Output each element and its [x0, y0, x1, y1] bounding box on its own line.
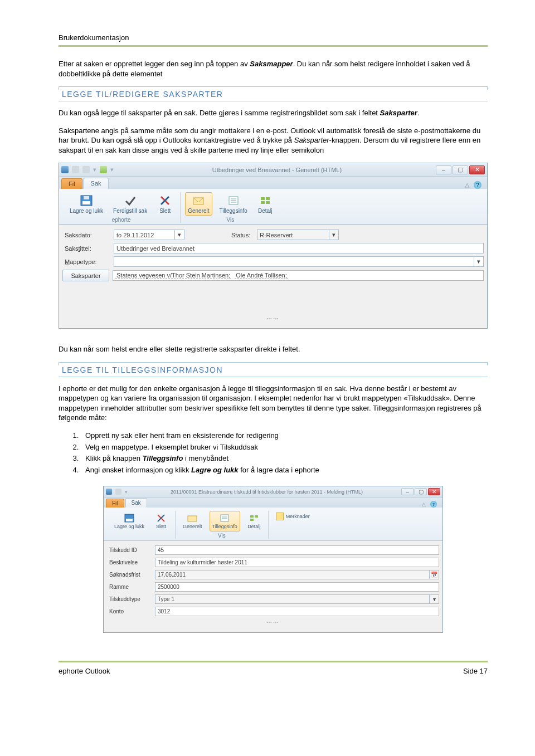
qat-2: ▾	[106, 489, 128, 495]
slett-button[interactable]: Slett	[154, 192, 176, 216]
saksdato-input[interactable]: to 29.11.2012	[114, 230, 175, 240]
arrow-icon[interactable]	[100, 166, 107, 173]
slett-button-2[interactable]: Slett	[152, 511, 171, 531]
ribbon-group-ephorte: Lagre og lukk Ferdigstill sak	[62, 192, 181, 223]
ribbon-2: Lagre og lukk Slett	[104, 508, 442, 540]
mappetype-dropdown[interactable]: ▾	[474, 256, 484, 267]
generelt-button-2[interactable]: Generelt	[180, 511, 205, 531]
tilskuddtype-dropdown[interactable]: ▾	[429, 594, 439, 604]
list-item: Velg en mappetype. I eksemplet bruker vi…	[81, 442, 488, 452]
resize-grip-2[interactable]: ⋯⋯	[107, 620, 439, 626]
konto-label: Konto	[107, 608, 155, 614]
generelt-label-2: Generelt	[183, 524, 202, 530]
status-dropdown[interactable]: ▾	[329, 230, 339, 240]
intro-em-saksmapper: Saksmapper	[250, 60, 293, 68]
ferdigstill-label: Ferdigstill sak	[113, 208, 147, 214]
status-label: Status:	[229, 232, 257, 238]
tilskuddtype-label: Tilskuddtype	[107, 596, 155, 602]
tab-fil-2[interactable]: Fil	[106, 499, 124, 508]
minimize-button[interactable]: –	[401, 488, 414, 495]
tilskudd-id-input[interactable]: 45	[155, 545, 439, 555]
list-item: Klikk på knappen Tilleggsinfo i menybånd…	[81, 453, 488, 464]
help-icon[interactable]: ?	[474, 181, 481, 189]
checklist-icon	[226, 194, 241, 207]
svg-rect-23	[255, 515, 258, 518]
svg-rect-24	[250, 519, 254, 521]
s1p1-c: .	[417, 109, 420, 117]
tab-strip-2: Fil Sak △ ?	[104, 498, 442, 508]
slett-label-2: Slett	[156, 524, 166, 530]
tab-fil[interactable]: Fil	[61, 178, 82, 189]
close-button[interactable]: ✕	[469, 165, 485, 174]
outlook-window-2: ▾ 2011/00001 Ekstraordinære tilskudd til…	[103, 486, 443, 633]
lagre-og-lukk-button[interactable]: Lagre og lukk	[67, 192, 106, 216]
row-ramme: Ramme 2500000	[107, 582, 439, 592]
ribbon-right: △ ?	[465, 181, 485, 189]
section1-p1: Du kan også legge til saksparter på en s…	[59, 108, 488, 118]
saksparter-input[interactable]: Statens vegvesen v/Thor Stein Martinsen;…	[113, 270, 484, 281]
detalj-button[interactable]: Detalj	[255, 192, 276, 216]
sakstittel-input[interactable]: Utbedringer ved Breiavannet	[114, 243, 484, 253]
beskrivelse-input[interactable]: Tildeling av kulturmidler høster 2011	[155, 558, 439, 567]
mappetype-input[interactable]	[114, 256, 474, 267]
ferdigstill-button[interactable]: Ferdigstill sak	[110, 192, 150, 216]
steps-list: Opprett ny sak eller hent fram en eksist…	[81, 431, 488, 475]
doc-header: Brukerdokumentasjon	[59, 33, 488, 42]
maximize-button[interactable]: ▢	[415, 488, 427, 495]
merknader-button[interactable]: Merknader	[273, 511, 313, 522]
saksdato-dropdown[interactable]: ▾	[174, 230, 184, 240]
lagre-label: Lagre og lukk	[70, 208, 103, 214]
section1-underline	[59, 101, 488, 101]
chip-1[interactable]: Statens vegvesen v/Thor Stein Martinsen;	[115, 272, 231, 279]
list-item: Angi ønsket informasjon og klikk Lagre o…	[81, 465, 488, 475]
tab-sak-2[interactable]: Sak	[125, 498, 147, 508]
merknader-label: Merknader	[286, 514, 310, 520]
chip-2[interactable]: Ole André Tollisen;	[235, 272, 288, 279]
s1p1-em: Saksparter	[380, 109, 417, 117]
detalj-label-2: Detalj	[247, 524, 260, 530]
tab-sak[interactable]: Sak	[84, 178, 109, 189]
ribbon-group-vis-2: Generelt Tilleggsinfo Deta	[176, 511, 269, 539]
redo-icon[interactable]	[82, 166, 90, 173]
section2-underline	[59, 377, 488, 377]
svg-rect-13	[266, 201, 270, 204]
soknadsfrist-input[interactable]: 17.06.2011	[155, 570, 430, 579]
help-icon[interactable]: ?	[430, 501, 437, 508]
undo-icon[interactable]	[115, 489, 121, 495]
document-page: Brukerdokumentasjon Etter at saken er op…	[0, 0, 535, 698]
saksparter-button[interactable]: Saksparter	[62, 270, 109, 281]
titlebar-2: ▾ 2011/00001 Ekstraordinære tilskudd til…	[104, 486, 442, 498]
tilleggsinfo-button[interactable]: Tilleggsinfo	[217, 192, 250, 216]
svg-rect-1	[82, 201, 90, 204]
ramme-input[interactable]: 2500000	[155, 582, 439, 592]
save-icon[interactable]	[106, 489, 112, 495]
row-mappetype: Mappetype: ▾	[62, 256, 484, 267]
detalj-button-2[interactable]: Detalj	[245, 511, 264, 531]
collapse-ribbon-icon[interactable]: △	[465, 182, 469, 189]
close-button[interactable]: ✕	[428, 488, 440, 495]
save-icon[interactable]	[61, 166, 69, 173]
tilskudd-id-label: Tilskudd ID	[107, 547, 155, 553]
konto-input[interactable]: 3012	[155, 607, 439, 616]
resize-grip[interactable]: ⋯⋯	[62, 315, 484, 321]
svg-rect-22	[250, 515, 254, 518]
generelt-button[interactable]: Generelt	[185, 192, 212, 216]
maximize-button[interactable]: ▢	[453, 165, 468, 174]
header-rule	[59, 45, 488, 47]
save-disk-icon	[123, 513, 135, 524]
soknadsfrist-calendar-icon[interactable]: 📅	[429, 570, 439, 579]
svg-rect-10	[261, 197, 265, 200]
status-input[interactable]: R-Reservert	[257, 230, 329, 240]
tilleggsinfo-button-2[interactable]: Tilleggsinfo	[210, 511, 240, 531]
undo-icon[interactable]	[72, 166, 79, 173]
tilskuddtype-input[interactable]: Type 1	[155, 594, 430, 604]
collapse-ribbon-icon[interactable]: △	[422, 501, 426, 507]
tilleggsinfo-label-2: Tilleggsinfo	[212, 524, 237, 530]
lagre-og-lukk-button-2[interactable]: Lagre og lukk	[111, 511, 147, 531]
footer-left: ephorte Outlook	[59, 667, 110, 675]
minimize-button[interactable]: –	[436, 165, 451, 174]
section2-p1: I ephorte er det mulig for den enkelte o…	[59, 384, 488, 423]
s1p2-em: Saksparter	[294, 136, 329, 144]
ribbon-group-vis: Generelt Tilleggsinfo Deta	[181, 192, 280, 223]
svg-rect-19	[221, 515, 228, 521]
